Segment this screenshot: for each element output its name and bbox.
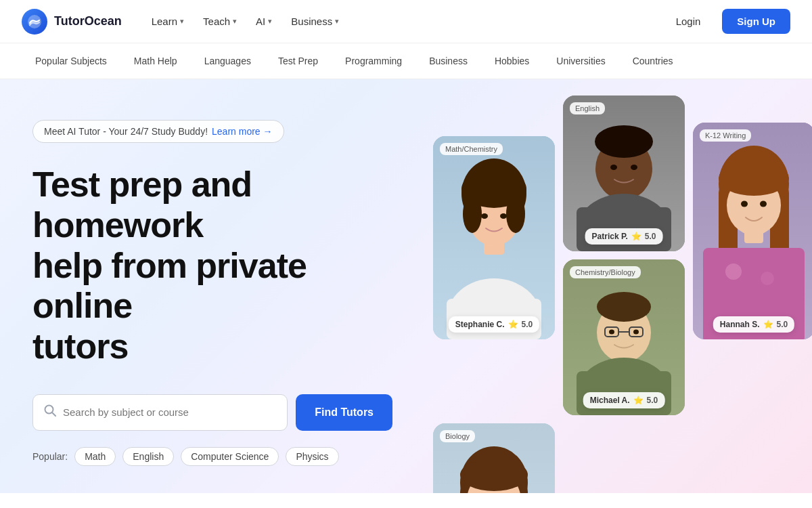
- tutor-card-michael: Michael A. ⭐ 5.0 Chemistry/Biology: [563, 259, 685, 415]
- chevron-icon: ▾: [268, 17, 272, 26]
- ai-badge-text: Meet AI Tutor - Your 24/7 Study Buddy!: [44, 126, 208, 137]
- michael-badge: Michael A. ⭐ 5.0: [583, 392, 665, 408]
- leah-subject: Biology: [440, 430, 475, 442]
- sec-nav-math-help[interactable]: Math Help: [120, 43, 191, 79]
- chevron-icon: ▾: [335, 17, 339, 26]
- star-icon: ⭐: [633, 396, 644, 405]
- svg-point-8: [463, 195, 482, 233]
- popular-tag-math[interactable]: Math: [74, 447, 116, 466]
- header-left: TutorOcean Learn ▾ Teach ▾ AI ▾ Business…: [22, 9, 347, 35]
- patrick-badge: Patrick P. ⭐ 5.0: [585, 228, 663, 245]
- nav-teach[interactable]: Teach ▾: [195, 10, 245, 33]
- ai-badge-link[interactable]: Learn more →: [212, 126, 272, 137]
- patrick-name: Patrick P.: [592, 232, 628, 241]
- nav-ai[interactable]: AI ▾: [248, 10, 280, 33]
- logo[interactable]: TutorOcean: [22, 9, 122, 35]
- sec-nav-universities[interactable]: Universities: [543, 43, 618, 79]
- sec-nav-programming[interactable]: Programming: [332, 43, 415, 79]
- svg-point-29: [609, 330, 614, 335]
- patrick-subject: English: [570, 102, 605, 114]
- michael-rating: 5.0: [647, 396, 658, 405]
- chevron-icon: ▾: [180, 17, 184, 26]
- hannah-rating: 5.0: [777, 320, 788, 329]
- popular-label: Popular:: [32, 451, 68, 462]
- signup-button[interactable]: Sign Up: [722, 9, 790, 34]
- nav-learn[interactable]: Learn ▾: [143, 10, 192, 33]
- star-icon: ⭐: [763, 320, 773, 329]
- svg-line-2: [52, 412, 55, 416]
- hero-content: Meet AI Tutor - Your 24/7 Study Buddy! L…: [0, 79, 420, 493]
- search-icon: [44, 404, 56, 420]
- hannah-badge: Hannah S. ⭐ 5.0: [713, 316, 794, 333]
- logo-text: TutorOcean: [54, 14, 122, 28]
- svg-point-18: [610, 165, 617, 170]
- svg-point-25: [597, 292, 651, 322]
- svg-point-44: [725, 263, 742, 280]
- tutor-gallery: Stephanie C. ⭐ 5.0 Math/Chemistry: [433, 79, 812, 493]
- popular-tag-physics[interactable]: Physics: [286, 447, 338, 466]
- sec-nav-languages[interactable]: Languages: [191, 43, 265, 79]
- svg-point-39: [719, 161, 789, 196]
- main-nav: Learn ▾ Teach ▾ AI ▾ Business ▾: [143, 10, 347, 33]
- sec-nav-popular-subjects[interactable]: Popular Subjects: [22, 43, 120, 79]
- tutor-card-stephanie: Stephanie C. ⭐ 5.0 Math/Chemistry: [433, 136, 555, 339]
- find-tutors-button[interactable]: Find Tutors: [296, 394, 392, 431]
- stephanie-rating: 5.0: [522, 320, 533, 329]
- logo-icon: [22, 9, 47, 35]
- svg-point-30: [633, 330, 639, 335]
- popular-row: Popular: Math English Computer Science P…: [32, 447, 392, 466]
- hero-title: Test prep and homework help from private…: [32, 165, 392, 367]
- search-row: Find Tutors: [32, 394, 392, 431]
- chevron-icon: ▾: [233, 17, 237, 26]
- star-icon: ⭐: [631, 232, 641, 241]
- stephanie-badge: Stephanie C. ⭐ 5.0: [449, 316, 539, 333]
- ai-badge[interactable]: Meet AI Tutor - Your 24/7 Study Buddy! L…: [32, 120, 284, 143]
- search-container: [32, 394, 288, 431]
- popular-tag-english[interactable]: English: [122, 447, 174, 466]
- svg-point-41: [760, 201, 767, 207]
- svg-point-11: [500, 213, 507, 219]
- svg-point-45: [761, 272, 774, 285]
- secondary-nav: Popular Subjects Math Help Languages Tes…: [0, 43, 812, 79]
- patrick-rating: 5.0: [645, 232, 656, 241]
- nav-business[interactable]: Business ▾: [283, 10, 347, 33]
- sec-nav-hobbies[interactable]: Hobbies: [481, 43, 543, 79]
- header: TutorOcean Learn ▾ Teach ▾ AI ▾ Business…: [0, 0, 812, 43]
- tutor-card-patrick: Patrick P. ⭐ 5.0 English: [563, 96, 685, 251]
- header-right: Login Sign Up: [665, 9, 790, 34]
- michael-subject: Chemistry/Biology: [570, 266, 641, 278]
- svg-point-10: [481, 213, 488, 219]
- hannah-name: Hannah S.: [720, 320, 760, 329]
- stephanie-name: Stephanie C.: [455, 320, 505, 329]
- hero-section: Meet AI Tutor - Your 24/7 Study Buddy! L…: [0, 79, 812, 493]
- sec-nav-test-prep[interactable]: Test Prep: [265, 43, 332, 79]
- hannah-subject: K-12 Writing: [700, 129, 751, 142]
- login-button[interactable]: Login: [665, 10, 712, 33]
- tutor-card-leah: Leah H. ⭐ 5.0 Biology: [433, 423, 555, 493]
- michael-name: Michael A.: [590, 396, 630, 405]
- tutor-card-hannah: Hannah S. ⭐ 5.0 K-12 Writing: [693, 123, 812, 339]
- stephanie-subject: Math/Chemistry: [440, 143, 503, 155]
- sec-nav-countries[interactable]: Countries: [619, 43, 687, 79]
- svg-point-52: [460, 459, 528, 491]
- svg-point-9: [506, 195, 525, 233]
- popular-tag-cs[interactable]: Computer Science: [181, 447, 279, 466]
- svg-point-19: [631, 165, 637, 170]
- svg-point-17: [595, 125, 653, 158]
- svg-point-40: [741, 201, 748, 207]
- sec-nav-business[interactable]: Business: [415, 43, 481, 79]
- search-input[interactable]: [63, 406, 276, 418]
- star-icon: ⭐: [508, 320, 518, 329]
